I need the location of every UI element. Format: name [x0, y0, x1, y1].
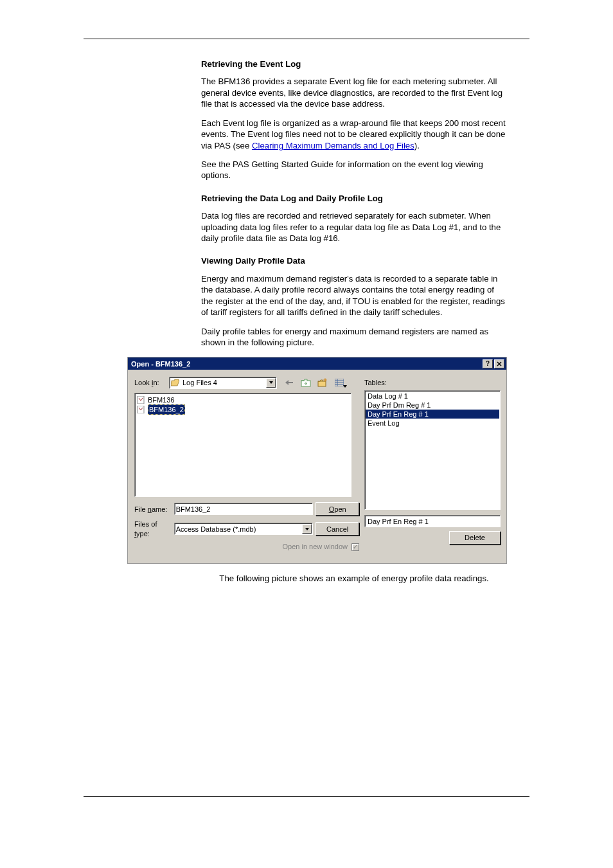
lookin-value: Log Files 4 — [182, 378, 217, 388]
filetype-dropdown-arrow[interactable] — [302, 524, 312, 534]
up-folder-icon — [301, 378, 311, 387]
selected-table-field: Day Prf En Reg # 1 — [364, 515, 501, 527]
table-item[interactable]: Day Prf Dm Reg # 1 — [366, 401, 499, 410]
table-item[interactable]: Event Log — [366, 419, 499, 428]
lookin-label: Look in: — [134, 378, 169, 388]
para-1: The BFM136 provides a separate Event log… — [201, 76, 507, 109]
tables-list[interactable]: Data Log # 1 Day Prf Dm Reg # 1 Day Prf … — [364, 390, 501, 510]
help-button[interactable]: ? — [483, 359, 493, 368]
link-clearing-logs[interactable]: Clearing Maximum Demands and Log Files — [252, 141, 414, 150]
para-2b: ). — [414, 141, 420, 150]
page-top-rule — [84, 39, 529, 39]
open-dialog: Open - BFM136_2 ? Look in: Log Fil — [127, 357, 507, 564]
svg-rect-1 — [318, 381, 326, 386]
tables-label: Tables: — [364, 378, 501, 388]
file-item[interactable]: BFM136 — [136, 395, 350, 404]
filetype-combo[interactable]: Access Database (*.mdb) — [174, 523, 314, 535]
delete-button[interactable]: Delete — [449, 531, 501, 545]
heading-data-log: Retrieving the Data Log and Daily Profil… — [201, 193, 507, 204]
filename-field[interactable]: BFM136_2 — [174, 503, 314, 515]
para-2: Each Event log file is organized as a wr… — [201, 118, 507, 151]
file-list[interactable]: BFM136 BFM136_2 — [134, 393, 351, 497]
table-item[interactable]: Day Prf En Reg # 1 — [366, 410, 499, 419]
close-button[interactable] — [494, 359, 504, 368]
dialog-titlebar: Open - BFM136_2 ? — [128, 357, 506, 370]
heading-daily-profile: Viewing Daily Profile Data — [201, 255, 507, 266]
back-button[interactable] — [282, 376, 296, 389]
view-menu-button[interactable] — [332, 376, 346, 389]
svg-rect-7 — [138, 396, 144, 404]
close-icon — [497, 361, 502, 366]
file-name: BFM136_2 — [148, 404, 185, 415]
filename-label: File name: — [134, 505, 174, 514]
file-name: BFM136 — [148, 395, 175, 405]
back-arrow-icon — [285, 379, 294, 386]
cancel-button[interactable]: Cancel — [315, 522, 359, 536]
filetype-label: Files of type: — [134, 520, 174, 538]
file-item[interactable]: BFM136_2 — [136, 404, 350, 414]
page-bottom-rule — [84, 796, 529, 797]
mdb-file-icon — [137, 396, 146, 404]
up-one-level-button[interactable] — [299, 376, 313, 389]
heading-event-log: Retrieving the Event Log — [201, 59, 507, 69]
open-folder-icon — [171, 379, 180, 386]
table-item[interactable]: Data Log # 1 — [366, 392, 499, 401]
para-7: The following picture shows an example o… — [201, 573, 507, 584]
new-folder-button[interactable] — [315, 376, 330, 389]
para-5: Energy and maximum demand register's dat… — [201, 273, 507, 318]
lookin-combo[interactable]: Log Files 4 — [169, 377, 277, 389]
para-6: Daily profile tables for energy and maxi… — [201, 326, 507, 348]
open-new-window-label: Open in new window — [282, 542, 348, 552]
view-menu-icon — [335, 379, 344, 386]
mdb-file-icon — [137, 406, 146, 413]
lookin-dropdown-arrow[interactable] — [266, 378, 276, 388]
para-3: See the PAS Getting Started Guide for in… — [201, 159, 507, 181]
para-4: Data log files are recorded and retrieve… — [201, 210, 507, 244]
open-button[interactable]: Open — [315, 502, 359, 516]
document-body: Retrieving the Event Log The BFM136 prov… — [201, 59, 507, 584]
new-folder-icon — [317, 378, 328, 387]
open-new-window-checkbox: ✓ — [351, 543, 359, 551]
dialog-title: Open - BFM136_2 — [131, 359, 190, 369]
svg-rect-8 — [138, 406, 144, 413]
